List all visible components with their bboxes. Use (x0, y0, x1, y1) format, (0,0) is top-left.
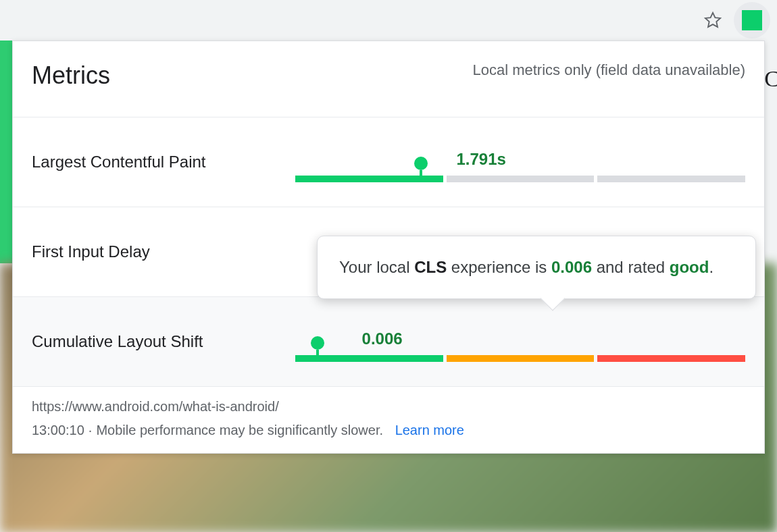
metrics-panel: Metrics Local metrics only (field data u… (12, 41, 765, 454)
segment-warn-inactive (447, 176, 595, 182)
panel-header: Metrics Local metrics only (field data u… (13, 41, 764, 117)
footer-note-line: 13:00:10 · Mobile performance may be sig… (32, 423, 745, 438)
tooltip-text: . (709, 258, 713, 276)
segment-warn (447, 355, 595, 362)
tooltip-text: experience is (447, 258, 551, 276)
segment-bad-inactive (597, 176, 745, 182)
metric-value-lcp: 1.791s (456, 150, 505, 169)
metric-value-cls: 0.006 (362, 329, 403, 348)
metric-label-fid: First Input Delay (32, 242, 295, 261)
web-vitals-icon (742, 10, 762, 30)
metric-label-cls: Cumulative Layout Shift (32, 332, 295, 351)
panel-footer: https://www.android.com/what-is-android/… (13, 386, 764, 453)
track-segments-cls (295, 355, 745, 362)
metric-row-lcp[interactable]: Largest Contentful Paint 1.791s (13, 117, 764, 207)
metric-track-lcp: 1.791s (295, 142, 745, 182)
page-logo-fragment: C (764, 66, 777, 92)
marker-stem-icon (420, 170, 422, 182)
metric-row-cls[interactable]: Cumulative Layout Shift 0.006 (13, 296, 764, 386)
footer-time: 13:00:10 (32, 423, 84, 438)
marker-stem-icon (316, 350, 319, 362)
marker-dot-icon (414, 157, 428, 170)
panel-subtitle: Local metrics only (field data unavailab… (472, 61, 745, 79)
tooltip-text: and rated (592, 258, 670, 276)
tooltip-rating: good (670, 258, 709, 276)
tooltip-text: Your local (339, 258, 414, 276)
metric-marker-cls (311, 336, 324, 362)
browser-address-bar (0, 0, 777, 41)
tooltip-value: 0.006 (551, 258, 592, 276)
track-segments-lcp (295, 176, 745, 182)
cls-tooltip: Your local CLS experience is 0.006 and r… (317, 236, 756, 299)
footer-separator: · (89, 423, 93, 438)
footer-note: Mobile performance may be significantly … (96, 423, 383, 438)
footer-url: https://www.android.com/what-is-android/ (32, 399, 745, 415)
extension-badge[interactable] (734, 2, 770, 38)
page-bg-accent (0, 41, 12, 263)
segment-bad (597, 355, 745, 362)
marker-dot-icon (311, 336, 324, 350)
panel-title: Metrics (32, 61, 110, 90)
tooltip-abbr: CLS (414, 258, 447, 276)
metric-marker-lcp (414, 157, 428, 182)
learn-more-link[interactable]: Learn more (395, 423, 464, 438)
metric-track-cls: 0.006 (295, 321, 745, 362)
metric-label-lcp: Largest Contentful Paint (32, 153, 295, 171)
bookmark-star-icon[interactable] (703, 10, 723, 30)
